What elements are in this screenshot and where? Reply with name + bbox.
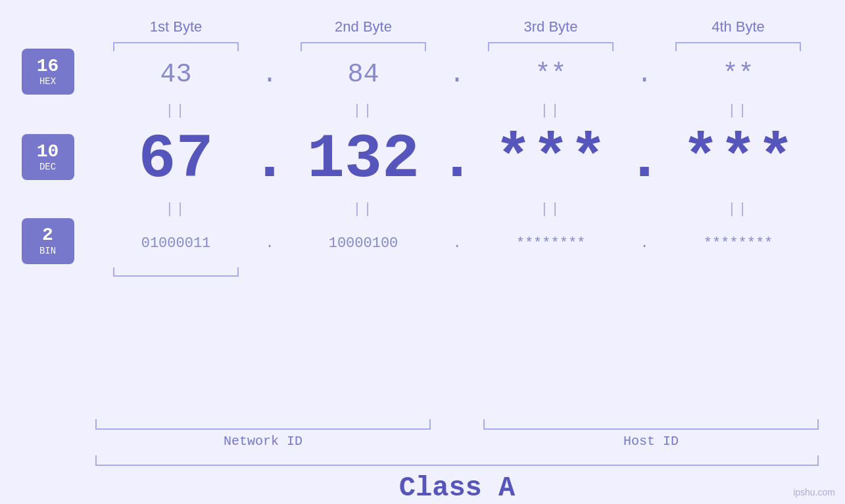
hex-data-row: 43 . 84 . ** . ** <box>95 51 845 97</box>
bin-dot1: . <box>256 222 283 265</box>
main-container: 1st Byte 2nd Byte 3rd Byte 4th Byte 16 <box>0 0 845 504</box>
top-bracket-4 <box>675 42 801 51</box>
span-brackets-row <box>95 419 845 430</box>
equals-row-2: || || || || <box>95 196 845 222</box>
dec-b4: *** <box>658 124 819 196</box>
sub-brackets-row <box>95 267 845 277</box>
hex-b4: ** <box>658 51 819 97</box>
top-bracket-3 <box>488 42 614 51</box>
bin-data-row: 01000011 . 10000100 . ******** . <box>95 222 845 265</box>
id-labels-row: Network ID Host ID <box>95 434 845 449</box>
dec-b3: *** <box>470 124 631 196</box>
equals-row-1: || || || || <box>95 97 845 124</box>
dec-data-row: 67 . 132 . *** . *** <box>95 124 845 196</box>
bin-badge: 2 BIN <box>22 218 74 264</box>
hex-b2: 84 <box>283 51 444 97</box>
bin-dot3: . <box>631 222 658 265</box>
bin-b4: ******** <box>658 222 819 265</box>
watermark: ipshu.com <box>793 487 835 497</box>
bottom-labels-area: Network ID Host ID Class A <box>0 428 845 504</box>
base-badges-col: 16 HEX 10 DEC 2 BIN <box>0 51 95 428</box>
dec-badge: 10 DEC <box>22 134 74 180</box>
bin-b3: ******** <box>470 222 631 265</box>
bin-dot2: . <box>444 222 470 265</box>
class-label: Class A <box>399 472 515 504</box>
byte-header-4: 4th Byte <box>712 18 765 35</box>
dec-b1: 67 <box>95 124 256 196</box>
dec-dot1: . <box>256 124 283 196</box>
dec-dot3: . <box>631 124 658 196</box>
outer-bracket <box>95 455 819 466</box>
byte-header-1: 1st Byte <box>150 18 202 35</box>
data-col: 43 . 84 . ** . ** <box>95 51 845 428</box>
top-bracket-2 <box>301 42 426 51</box>
host-id-label: Host ID <box>483 434 819 449</box>
bin-b1: 01000011 <box>95 222 256 265</box>
hex-dot1: . <box>256 51 283 97</box>
hex-dot2: . <box>444 51 470 97</box>
host-id-bracket <box>483 419 819 430</box>
dec-b2: 132 <box>283 124 444 196</box>
byte-header-2: 2nd Byte <box>335 18 392 35</box>
dec-dot2: . <box>444 124 470 196</box>
hex-dot3: . <box>631 51 658 97</box>
class-label-row: Class A <box>95 472 819 504</box>
byte-header-3: 3rd Byte <box>524 18 578 35</box>
bin-b2: 10000100 <box>283 222 444 265</box>
network-id-label: Network ID <box>95 434 431 449</box>
hex-b1: 43 <box>95 51 256 97</box>
network-id-bracket <box>95 419 431 430</box>
bottom-bracket-network <box>113 267 239 277</box>
hex-badge: 16 HEX <box>22 49 74 95</box>
hex-b3: ** <box>470 51 631 97</box>
top-bracket-1 <box>113 42 239 51</box>
